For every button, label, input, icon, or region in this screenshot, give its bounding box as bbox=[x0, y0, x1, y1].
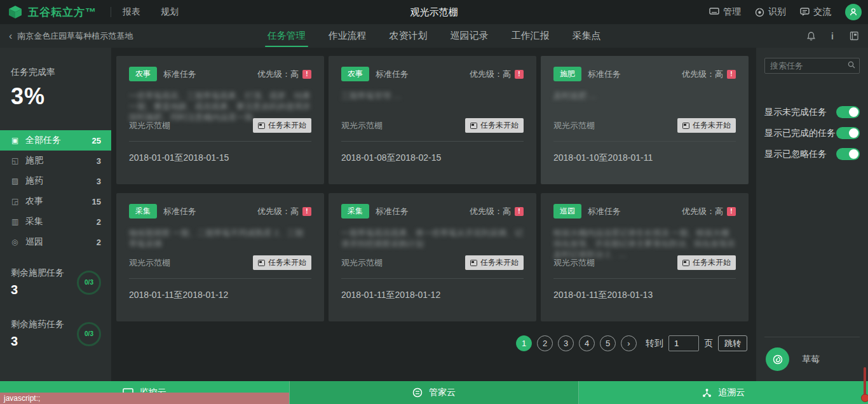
trace-cloud-button[interactable]: 追溯云 bbox=[579, 381, 868, 404]
recognize-link[interactable]: 识别 bbox=[755, 6, 786, 18]
remaining-fertilize-label: 剩余施肥任务 bbox=[11, 267, 64, 279]
menu-label: 全部任务 bbox=[25, 135, 61, 146]
manager-cloud-button[interactable]: 管家云 bbox=[289, 381, 580, 404]
task-type: 标准任务 bbox=[376, 206, 409, 217]
task-location: 观光示范棚 bbox=[341, 257, 383, 269]
tab-task-management[interactable]: 任务管理 bbox=[268, 24, 306, 48]
sidebar-item-patrol[interactable]: ◎ 巡园 2 bbox=[0, 232, 111, 252]
status-badge: 任务未开始 bbox=[253, 255, 311, 270]
priority-high-icon: ! bbox=[515, 70, 524, 79]
menu-label: 农事 bbox=[25, 196, 43, 207]
task-card[interactable]: 采集 标准任务 优先级：高! 一期草莓疏花疏果、将一些草莓从开花到采摘、记录并拍… bbox=[329, 193, 536, 321]
status-icon bbox=[682, 260, 689, 266]
info-icon[interactable]: i bbox=[831, 31, 834, 41]
task-card[interactable]: 采集 标准任务 优先级：高! 物候期观察 一期、二期草莓不同成熟度 2、三期草莓… bbox=[116, 193, 324, 321]
user-avatar[interactable] bbox=[845, 4, 862, 20]
pagination: 1 2 3 4 5 › 转到 页 跳转 bbox=[111, 335, 747, 351]
sidebar-item-farming[interactable]: ◲ 农事 15 bbox=[0, 191, 111, 212]
priority-high-icon: ! bbox=[302, 70, 311, 79]
task-card-highlighted[interactable]: 施肥 标准任务 优先级：高! 及时追肥 … 观光示范棚 任务未开始 2018-0… bbox=[541, 56, 749, 184]
status-badge: 任务未开始 bbox=[677, 118, 736, 133]
right-sidebar: 显示未完成任务 显示已完成的任务 显示已忽略任务 草莓 bbox=[756, 48, 868, 381]
menu-label: 采集 bbox=[25, 216, 43, 227]
task-date-range: 2018-01-08至2018-02-15 bbox=[341, 152, 441, 164]
divider bbox=[553, 141, 736, 142]
tab-agri-plan[interactable]: 农资计划 bbox=[390, 24, 428, 48]
task-card[interactable]: 巡园 标准任务 优先级：高! 根据大棚内温湿度记录生长情况 一期、根据大棚病虫发… bbox=[541, 193, 749, 321]
status-icon bbox=[682, 123, 689, 129]
tab-work-flow[interactable]: 作业流程 bbox=[329, 24, 367, 48]
menu-label: 施肥 bbox=[25, 155, 43, 166]
toggle-finished-switch[interactable] bbox=[836, 127, 860, 139]
task-location: 观光示范棚 bbox=[129, 120, 170, 131]
menu-count: 3 bbox=[97, 156, 101, 166]
manager-cloud-label: 管家云 bbox=[429, 387, 456, 398]
task-tag: 采集 bbox=[341, 204, 369, 219]
top-nav: 报表 规划 bbox=[123, 6, 179, 18]
next-page-icon[interactable]: › bbox=[621, 335, 637, 351]
toggle-ignored-label: 显示已忽略任务 bbox=[764, 149, 827, 160]
priority-label: 优先级：高 bbox=[470, 69, 511, 80]
task-tag: 采集 bbox=[129, 204, 157, 219]
manage-link[interactable]: 管理 bbox=[709, 6, 741, 18]
status-icon bbox=[470, 123, 477, 129]
task-card[interactable]: 农事 标准任务 优先级：高! 一些草莓疏花、三期草莓疏果、打顶、疏芽、结果一期、… bbox=[116, 56, 324, 184]
journal-icon[interactable] bbox=[849, 31, 859, 41]
divider bbox=[341, 141, 524, 142]
priority-high-icon: ! bbox=[727, 70, 736, 79]
status-badge: 任务未开始 bbox=[465, 118, 524, 133]
toggle-finished-label: 显示已完成的任务 bbox=[764, 128, 836, 139]
jump-button[interactable]: 跳转 bbox=[718, 335, 747, 351]
remaining-pesticide-block: 剩余施药任务 3 0/3 bbox=[0, 319, 111, 349]
bell-icon[interactable] bbox=[806, 31, 816, 41]
sidebar-item-pesticide[interactable]: ▨ 施药 3 bbox=[0, 171, 111, 191]
task-date-range: 2018-01-10至2018-01-11 bbox=[553, 152, 653, 164]
goto-page-input[interactable] bbox=[668, 335, 699, 351]
priority-high-icon: ! bbox=[302, 207, 311, 216]
patrol-icon: ◎ bbox=[11, 238, 25, 246]
chat-link[interactable]: 交流 bbox=[800, 6, 831, 18]
tab-work-report[interactable]: 工作汇报 bbox=[512, 24, 550, 48]
task-tag: 巡园 bbox=[553, 204, 581, 219]
status-icon bbox=[258, 123, 265, 129]
sub-bar: ‹ 南京金色庄园草莓种植示范基地 任务管理 作业流程 农资计划 巡园记录 工作汇… bbox=[0, 24, 868, 48]
task-card[interactable]: 农事 标准任务 优先级：高! 三期草莓管理 … 观光示范棚 任务未开始 2018… bbox=[329, 56, 536, 184]
scrollbar-thumb[interactable] bbox=[864, 367, 867, 399]
display-toggles: 显示未完成任务 显示已完成的任务 显示已忽略任务 bbox=[756, 102, 868, 165]
nav-reports[interactable]: 报表 bbox=[123, 6, 140, 18]
scrollbar-knob bbox=[861, 394, 868, 402]
sidebar-item-collect[interactable]: ▥ 采集 2 bbox=[0, 212, 111, 232]
page-5[interactable]: 5 bbox=[600, 335, 616, 351]
task-date-range: 2018-01-11至2018-01-12 bbox=[129, 290, 228, 301]
task-type: 标准任务 bbox=[163, 206, 196, 217]
search-input[interactable] bbox=[764, 58, 860, 74]
left-sidebar: 任务完成率 3% ▣ 全部任务 25 ◱ 施肥 3 ▨ 施药 3 ◲ 农事 15… bbox=[0, 48, 111, 381]
completion-label: 任务完成率 bbox=[11, 67, 111, 78]
page-3[interactable]: 3 bbox=[558, 335, 574, 351]
page-4[interactable]: 4 bbox=[579, 335, 595, 351]
tab-collection-point[interactable]: 采集点 bbox=[573, 24, 601, 48]
divider bbox=[764, 337, 860, 337]
sidebar-item-fertilize[interactable]: ◱ 施肥 3 bbox=[0, 151, 111, 171]
goto-label: 转到 bbox=[646, 338, 663, 349]
nav-planning[interactable]: 规划 bbox=[161, 6, 179, 18]
scrollbar-line bbox=[864, 367, 866, 396]
tab-patrol-record[interactable]: 巡园记录 bbox=[451, 24, 489, 48]
remaining-fertilize-block: 剩余施肥任务 3 0/3 bbox=[0, 267, 111, 297]
priority-label: 优先级：高 bbox=[682, 69, 723, 80]
chat-bubble-icon bbox=[800, 8, 810, 17]
toggle-ignored-switch[interactable] bbox=[836, 148, 860, 160]
page-1[interactable]: 1 bbox=[516, 335, 532, 351]
sidebar-item-all-tasks[interactable]: ▣ 全部任务 25 bbox=[0, 130, 111, 151]
crop-item[interactable]: 草莓 bbox=[766, 347, 820, 371]
brand[interactable]: 五谷耘立方™ bbox=[0, 4, 97, 20]
priority-label: 优先级：高 bbox=[470, 206, 511, 217]
priority-high-icon: ! bbox=[515, 207, 524, 216]
collect-icon: ▥ bbox=[11, 217, 25, 226]
page-2[interactable]: 2 bbox=[537, 335, 553, 351]
divider bbox=[553, 278, 736, 279]
toggle-unfinished-switch[interactable] bbox=[836, 106, 860, 118]
lens-icon bbox=[755, 8, 764, 17]
pesticide-icon: ▨ bbox=[11, 177, 25, 185]
task-type: 标准任务 bbox=[376, 69, 409, 80]
